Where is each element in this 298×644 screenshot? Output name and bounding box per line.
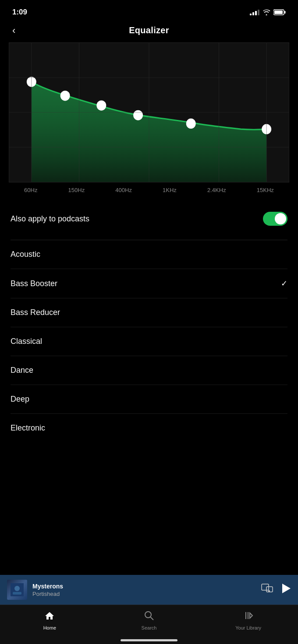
art-placeholder-icon xyxy=(11,583,24,596)
preset-name-deep: Deep xyxy=(11,395,29,404)
status-time: 1:09 xyxy=(12,8,27,17)
status-icons xyxy=(250,9,286,15)
freq-label-1: 60Hz xyxy=(24,187,37,193)
signal-icon xyxy=(250,9,259,15)
freq-label-2: 150Hz xyxy=(68,187,85,193)
tab-home-label: Home xyxy=(43,625,56,630)
svg-rect-13 xyxy=(13,592,21,595)
eq-handle-3 xyxy=(96,100,106,110)
eq-handle-5 xyxy=(186,119,196,129)
preset-name-classical: Classical xyxy=(11,337,42,346)
svg-point-16 xyxy=(268,590,270,592)
svg-line-19 xyxy=(151,617,154,620)
preset-item-bass-booster[interactable]: Bass Booster ✓ xyxy=(11,269,287,298)
svg-point-18 xyxy=(145,612,151,618)
toggle-knob xyxy=(275,213,286,224)
podcast-toggle-row: Also apply to podcasts xyxy=(11,206,287,231)
track-info: Mysterons Portishead xyxy=(32,583,261,597)
library-icon xyxy=(244,611,253,623)
svg-rect-14 xyxy=(262,584,269,590)
preset-list: Acoustic Bass Booster ✓ Bass Reducer Cla… xyxy=(0,240,298,442)
eq-graph[interactable] xyxy=(9,42,289,182)
home-indicator xyxy=(121,639,177,641)
preset-item-bass-reducer[interactable]: Bass Reducer xyxy=(11,298,287,327)
settings-section: Also apply to podcasts xyxy=(0,198,298,240)
battery-icon xyxy=(273,9,286,15)
home-icon xyxy=(44,611,55,623)
checkmark-icon: ✓ xyxy=(281,279,287,288)
svg-point-12 xyxy=(14,586,20,591)
header: ‹ Equalizer xyxy=(0,22,298,42)
eq-frequency-labels: 60Hz 150Hz 400Hz 1KHz 2.4KHz 15KHz xyxy=(0,182,298,198)
svg-marker-17 xyxy=(282,584,291,593)
preset-item-deep[interactable]: Deep xyxy=(11,385,287,413)
tab-search[interactable]: Search xyxy=(99,605,199,644)
preset-item-dance[interactable]: Dance xyxy=(11,356,287,385)
tab-home[interactable]: Home xyxy=(0,605,99,644)
preset-item-classical[interactable]: Classical xyxy=(11,327,287,356)
tab-library-label: Your Library xyxy=(235,625,261,630)
podcast-toggle-switch[interactable] xyxy=(263,212,287,226)
track-artwork xyxy=(7,580,27,600)
preset-name-dance: Dance xyxy=(11,366,33,375)
eq-curve[interactable] xyxy=(9,43,289,182)
svg-rect-1 xyxy=(284,11,286,14)
back-button[interactable]: ‹ xyxy=(9,23,19,38)
preset-name-acoustic: Acoustic xyxy=(11,250,40,259)
podcast-toggle-label: Also apply to podcasts xyxy=(11,214,89,224)
play-button[interactable] xyxy=(281,583,291,596)
now-playing-bar[interactable]: Mysterons Portishead xyxy=(0,575,298,605)
wifi-icon xyxy=(263,9,270,15)
search-icon xyxy=(144,611,154,623)
device-connect-icon[interactable] xyxy=(261,583,273,596)
track-art-image xyxy=(7,580,27,600)
tab-bar: Home Search Your Library xyxy=(0,605,298,644)
freq-label-4: 1KHz xyxy=(163,187,177,193)
freq-label-3: 400Hz xyxy=(115,187,132,193)
preset-item-electronic[interactable]: Electronic xyxy=(11,413,287,442)
status-bar: 1:09 xyxy=(0,0,298,22)
tab-library[interactable]: Your Library xyxy=(199,605,298,644)
eq-handle-2 xyxy=(60,91,70,101)
preset-name-bass-reducer: Bass Reducer xyxy=(11,308,60,317)
track-name: Mysterons xyxy=(32,583,261,590)
eq-handle-4 xyxy=(133,110,143,120)
page-title: Equalizer xyxy=(129,25,169,35)
svg-rect-2 xyxy=(274,10,283,14)
freq-label-6: 15KHz xyxy=(257,187,274,193)
freq-label-5: 2.4KHz xyxy=(207,187,226,193)
now-playing-controls xyxy=(261,583,291,596)
preset-name-electronic: Electronic xyxy=(11,424,45,433)
preset-name-bass-booster: Bass Booster xyxy=(11,279,57,288)
tab-search-label: Search xyxy=(142,625,157,630)
track-artist: Portishead xyxy=(32,591,261,597)
preset-item-acoustic[interactable]: Acoustic xyxy=(11,240,287,269)
